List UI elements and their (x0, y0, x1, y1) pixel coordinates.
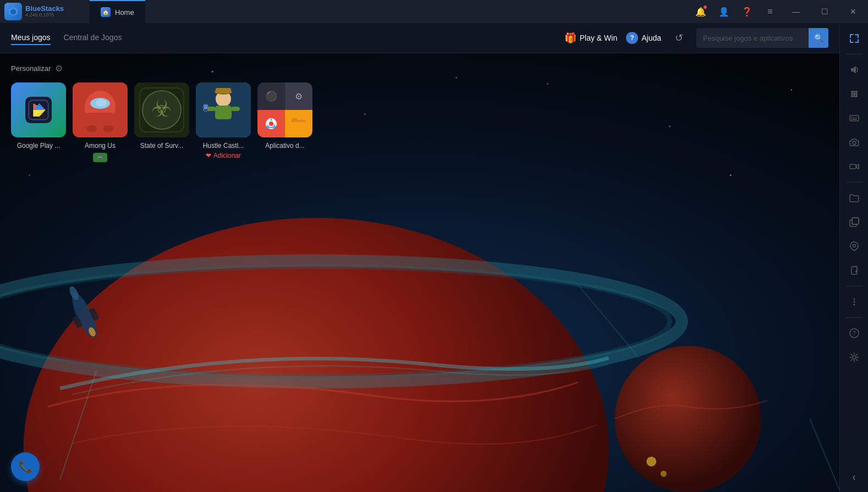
call-icon: 📞 (18, 460, 33, 474)
sidebar-separator-1 (846, 54, 862, 54)
game-card-google-play[interactable]: ▶ Google Play ... (11, 82, 66, 162)
tab-central-de-jogos[interactable]: Central de Jogos (64, 31, 122, 45)
personalize-bar: Personalizar ⚙ (11, 63, 828, 74)
svg-point-63 (855, 95, 858, 97)
svg-text:?: ? (853, 330, 856, 336)
minimize-button[interactable]: — (785, 4, 806, 19)
collapse-icon: ‹ (852, 471, 856, 483)
folder-button[interactable] (843, 187, 865, 209)
svg-point-15 (615, 346, 761, 492)
screenshot-button[interactable] (843, 131, 865, 153)
svg-text:☣: ☣ (151, 96, 172, 121)
more-button[interactable] (843, 291, 865, 313)
game-card-hustle-castle[interactable]: Hustle Castl... ❤ Adicionar (196, 82, 251, 162)
game-card-among-us[interactable]: Among Us 🎮 (73, 82, 128, 162)
play-win-label: Play & Win (580, 34, 617, 42)
svg-point-9 (29, 175, 30, 176)
svg-rect-73 (850, 164, 856, 169)
search-button[interactable]: 🔍 (809, 28, 828, 48)
bluestacks-logo (4, 3, 22, 20)
content-overlay: Personalizar ⚙ ▶ (0, 53, 839, 172)
among-us-label: Among Us (85, 142, 116, 150)
svg-point-53 (269, 121, 273, 126)
help-sidebar-button[interactable]: ? (843, 322, 865, 344)
svg-point-22 (661, 471, 667, 477)
logo-text: BlueStacks 4.240.0.1075 (25, 5, 64, 18)
tab-meus-jogos[interactable]: Meus jogos (11, 31, 51, 45)
help-button[interactable]: ❓ (739, 4, 755, 19)
svg-rect-35 (87, 125, 97, 132)
sidebar-separator-4 (846, 317, 862, 318)
menu-button[interactable]: ≡ (762, 4, 778, 19)
personalize-settings-icon[interactable]: ⚙ (55, 63, 63, 74)
main-body: Personalizar ⚙ ▶ (0, 53, 839, 492)
expand-icon (849, 34, 859, 43)
search-icon: 🔍 (814, 34, 823, 42)
state-surv-label: State of Surv... (140, 142, 183, 150)
svg-point-81 (853, 298, 855, 300)
phone-rotation-icon (849, 266, 859, 275)
sidebar-right: ? ‹ (839, 23, 868, 492)
keyboard-dots-button[interactable] (843, 83, 865, 105)
header-right: 🎁 Play & Win ? Ajuda ↺ 🔍 (564, 28, 828, 48)
help-sidebar-icon: ? (849, 328, 859, 338)
account-button[interactable]: 👤 (716, 4, 732, 19)
ajuda-button[interactable]: ? Ajuda (626, 32, 661, 44)
game-card-state-of-surv[interactable]: ☣ State of Surv... (134, 82, 189, 162)
svg-point-82 (853, 301, 855, 303)
svg-point-86 (853, 356, 856, 359)
keyboard-button[interactable] (843, 107, 865, 129)
main-area: Meus jogos Central de Jogos 🎁 Play & Win… (0, 23, 868, 492)
svg-point-62 (853, 95, 855, 97)
svg-point-55 (851, 91, 853, 93)
notification-dot (703, 5, 707, 9)
play-win-button[interactable]: 🎁 Play & Win (564, 32, 617, 44)
search-input[interactable] (696, 30, 809, 46)
svg-point-56 (853, 91, 855, 93)
home-tab[interactable]: 🏠 Home (90, 0, 145, 23)
svg-marker-74 (856, 164, 859, 169)
multi-instance-button[interactable] (843, 211, 865, 233)
volume-button[interactable] (843, 59, 865, 81)
multi-instance-icon (849, 217, 859, 227)
volume-icon (849, 65, 859, 75)
icon-q4 (285, 110, 312, 137)
logo-version: 4.240.0.1075 (25, 13, 64, 18)
game-card-aplicativo[interactable]: ⚫ ⚙ (257, 82, 312, 162)
close-button[interactable]: ✕ (843, 4, 864, 19)
more-icon (849, 297, 859, 307)
svg-rect-36 (103, 125, 113, 132)
search-bar: 🔍 (696, 28, 828, 48)
svg-point-11 (730, 174, 732, 176)
sidebar-separator-2 (846, 182, 862, 183)
personalize-label: Personalizar (11, 64, 51, 73)
sidebar-separator-3 (846, 286, 862, 286)
svg-point-78 (853, 245, 855, 247)
titlebar: BlueStacks 4.240.0.1075 🏠 Home 🔔 👤 ❓ ≡ —… (0, 0, 868, 23)
game-grid: ▶ Google Play ... (11, 82, 828, 162)
expand-button[interactable] (843, 27, 865, 49)
hustle-castle-icon (196, 82, 251, 137)
svg-point-60 (855, 93, 858, 95)
svg-rect-47 (231, 107, 240, 111)
maximize-button[interactable]: ☐ (814, 4, 835, 19)
notification-button[interactable]: 🔔 (693, 4, 708, 19)
history-button[interactable]: ↺ (670, 29, 688, 47)
gift-icon: 🎁 (564, 32, 576, 44)
record-button[interactable] (843, 156, 865, 178)
home-tab-icon: 🏠 (101, 7, 111, 17)
record-icon (849, 162, 859, 172)
location-icon (849, 241, 859, 251)
state-surv-icon: ☣ (134, 82, 189, 137)
collapse-sidebar-button[interactable]: ‹ (843, 466, 865, 488)
logo-title: BlueStacks (25, 5, 64, 13)
svg-rect-44 (216, 88, 231, 93)
call-button[interactable]: 📞 (11, 452, 40, 481)
settings-sidebar-button[interactable] (843, 346, 865, 368)
aplicativo-icon: ⚫ ⚙ (257, 82, 312, 137)
phone-rotation-button[interactable] (843, 259, 865, 281)
keyboard-dots-icon (849, 89, 859, 99)
google-play-icon: ▶ (11, 82, 66, 137)
location-button[interactable] (843, 235, 865, 257)
ajuda-icon: ? (626, 32, 638, 44)
